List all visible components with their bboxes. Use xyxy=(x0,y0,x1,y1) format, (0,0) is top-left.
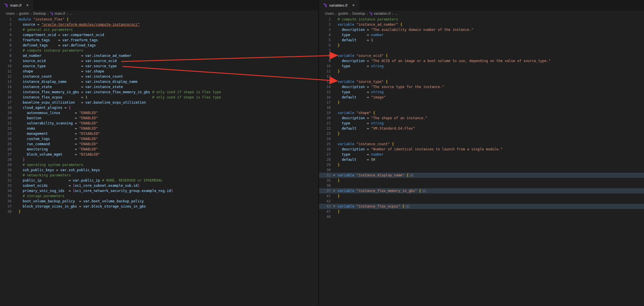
code-line[interactable]: 13variable "source_type" { xyxy=(319,79,644,84)
breadcrumb-item[interactable]: ... xyxy=(69,12,72,16)
code-line[interactable]: 29} xyxy=(319,162,644,167)
code-line[interactable]: 24 custom_logs = "ENABLED" xyxy=(0,136,318,141)
line-number[interactable]: 14 xyxy=(0,84,12,89)
code-line[interactable]: 5 default = 1 xyxy=(319,38,644,43)
line-number[interactable]: 24 xyxy=(0,136,12,141)
code-line[interactable]: 21 vulnerability_scanning = "ENABLED" xyxy=(0,121,318,126)
code-line[interactable]: 10 source_type = var.source_type xyxy=(0,64,318,69)
code-line[interactable]: 23} xyxy=(319,131,644,136)
line-number[interactable]: 33 xyxy=(0,183,12,188)
breadcrumb-item[interactable]: Users xyxy=(325,12,334,16)
line-number[interactable]: 4 xyxy=(319,32,331,38)
code-line[interactable]: 35 # storage parameters xyxy=(0,193,318,199)
code-line[interactable]: 31 # networking parameters xyxy=(0,173,318,178)
code-line[interactable]: 37 block_storage_sizes_in_gbs = var.bloc… xyxy=(0,204,318,209)
breadcrumb-item[interactable]: ... xyxy=(395,12,397,16)
code-line[interactable]: 4 type = number xyxy=(319,32,644,38)
code-line[interactable]: 22 default = "VM.Standard.E4.Flex" xyxy=(319,126,644,131)
line-number[interactable]: 32 xyxy=(0,178,12,183)
code-line[interactable]: 2variable "instance_ad_number" { xyxy=(319,22,644,27)
code-line[interactable]: 11} xyxy=(319,69,644,74)
line-number[interactable]: 37 xyxy=(319,188,331,193)
line-number[interactable]: 47 xyxy=(319,209,331,214)
code-line[interactable]: 43>variable "instance_flex_ocpus" {⋯ xyxy=(319,204,644,209)
tab-main-tf[interactable]: main.tf × xyxy=(0,0,33,10)
code-line[interactable]: 34 primary_vnic_nsg_ids = [oci_core_netw… xyxy=(0,188,318,193)
line-number[interactable]: 22 xyxy=(319,126,331,131)
code-line[interactable]: 14 instance_state = var.instance_state xyxy=(0,84,318,89)
code-line[interactable]: 48 xyxy=(319,214,644,219)
code-line[interactable]: 30 ssh_public_keys = var.ssh_public_keys xyxy=(0,167,318,173)
code-line[interactable]: 10 type = string xyxy=(319,64,644,69)
line-number[interactable]: 23 xyxy=(0,131,12,136)
code-line[interactable]: 17} xyxy=(319,100,644,105)
code-line[interactable]: 42 xyxy=(319,199,644,204)
line-number[interactable]: 15 xyxy=(0,89,12,95)
line-number[interactable]: 36 xyxy=(319,183,331,188)
line-number[interactable]: 1 xyxy=(319,17,331,22)
line-number[interactable]: 43 xyxy=(319,204,331,209)
breadcrumb-item[interactable]: main.tf xyxy=(50,12,65,16)
code-line[interactable]: 37>variable "instance_flex_memory_in_gbs… xyxy=(319,188,644,193)
code-line[interactable]: 1# compute instance parameters xyxy=(319,17,644,22)
line-number[interactable]: 3 xyxy=(0,27,12,32)
line-number[interactable]: 17 xyxy=(0,100,12,105)
code-editor[interactable]: 1module "instance_flex" {2 source = "ora… xyxy=(0,17,318,306)
code-line[interactable]: 11 shape = var.shape xyxy=(0,69,318,74)
code-line[interactable]: 15 type = string xyxy=(319,89,644,95)
line-number[interactable]: 26 xyxy=(319,147,331,152)
code-line[interactable]: 24 xyxy=(319,136,644,141)
line-number[interactable]: 21 xyxy=(319,121,331,126)
line-number[interactable]: 7 xyxy=(0,48,12,53)
code-line[interactable]: 7 # compute instance parameters xyxy=(0,48,318,53)
line-number[interactable]: 1 xyxy=(0,17,12,22)
line-number[interactable]: 29 xyxy=(0,162,12,167)
line-number[interactable]: 37 xyxy=(0,204,12,209)
code-line[interactable]: 28 default = 50 xyxy=(319,157,644,162)
breadcrumb-item[interactable]: variables.tf xyxy=(369,12,391,16)
line-number[interactable]: 9 xyxy=(0,58,12,64)
code-line[interactable]: 5 freeform_tags = var.freeform_tags xyxy=(0,38,318,43)
line-number[interactable]: 4 xyxy=(0,32,12,38)
code-line[interactable]: 35} xyxy=(319,178,644,183)
code-line[interactable]: 41} xyxy=(319,193,644,199)
line-number[interactable]: 35 xyxy=(0,193,12,199)
code-line[interactable]: 32 public_ip = var.public_ip # NONE, RES… xyxy=(0,178,318,183)
code-line[interactable]: 27 type = number xyxy=(319,152,644,157)
code-line[interactable]: 13 instance_display_name = var.instance_… xyxy=(0,79,318,84)
line-number[interactable]: 2 xyxy=(319,22,331,27)
code-line[interactable]: 36 boot_volume_backup_policy = var.boot_… xyxy=(0,199,318,204)
line-number[interactable]: 12 xyxy=(0,74,12,79)
tab-variables-tf[interactable]: variables.tf × xyxy=(319,0,359,10)
line-number[interactable]: 35 xyxy=(319,178,331,183)
line-number[interactable]: 20 xyxy=(319,115,331,121)
line-number[interactable]: 15 xyxy=(319,89,331,95)
fold-chevron-icon[interactable]: > xyxy=(331,173,338,178)
code-line[interactable]: 9 description = "The OCID of an image or… xyxy=(319,58,644,64)
code-editor[interactable]: 1# compute instance parameters2variable … xyxy=(319,17,644,306)
line-number[interactable]: 28 xyxy=(319,157,331,162)
breadcrumb-item[interactable]: Users xyxy=(6,12,15,16)
line-number[interactable]: 17 xyxy=(319,100,331,105)
line-number[interactable]: 6 xyxy=(0,43,12,48)
line-number[interactable]: 27 xyxy=(0,152,12,157)
tab-close-icon[interactable]: × xyxy=(25,2,30,8)
line-number[interactable]: 31 xyxy=(319,173,331,178)
line-number[interactable]: 7 xyxy=(319,48,331,53)
tab-close-icon[interactable]: × xyxy=(351,2,356,8)
line-number[interactable]: 48 xyxy=(319,214,331,219)
code-line[interactable]: 31>variable "instance_display_name" {⋯ xyxy=(319,173,644,178)
code-line[interactable]: 23 management = "DISABLED" xyxy=(0,131,318,136)
code-line[interactable]: 12 instance_count = var.instance_count xyxy=(0,74,318,79)
line-number[interactable]: 3 xyxy=(319,27,331,32)
line-number[interactable]: 36 xyxy=(0,199,12,204)
code-line[interactable]: 36 xyxy=(319,183,644,188)
code-line[interactable]: 47} xyxy=(319,209,644,214)
line-number[interactable]: 9 xyxy=(319,58,331,64)
line-number[interactable]: 21 xyxy=(0,121,12,126)
code-line[interactable]: 12 xyxy=(319,74,644,79)
breadcrumb-item[interactable]: Desktop xyxy=(352,12,365,16)
code-line[interactable]: 28 } xyxy=(0,157,318,162)
code-line[interactable]: 14 description = "The source type for th… xyxy=(319,84,644,89)
code-line[interactable]: 17 baseline_ocpu_utilization = var.basel… xyxy=(0,100,318,105)
